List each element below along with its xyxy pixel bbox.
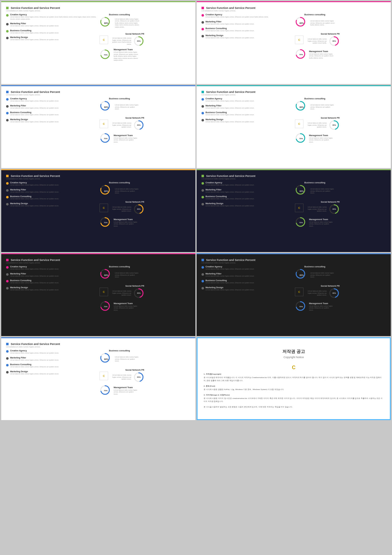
item-title: Creative Agency [10, 182, 59, 184]
slide-subtitle: Lld esttaborum dolis numes fugies.umnes. [6, 94, 190, 96]
slide-subtitle: Lld esttaborum dolis numes fugies.umnes. [202, 94, 386, 96]
donut-desc: Lld est laborum dolis numes fugies umnes… [115, 104, 139, 110]
mgmt-value: 70% [299, 222, 303, 224]
logo-spacer: Social Network PR Lld est laborum dolis … [305, 33, 340, 47]
item-dot [202, 273, 204, 276]
social-desc: Lld est laborum dolis numes fugies umnes… [110, 122, 131, 128]
item-dot [202, 98, 204, 101]
social-title: Social Network PR [305, 285, 340, 287]
logo-spacer: Social Network PR Lld est laborum dolis … [305, 117, 340, 131]
item-dot [6, 371, 9, 373]
slide-subtitle: Lld esttaborum dolis numes fugies.umnes. [6, 346, 190, 348]
slide-header: Service Function and Service Percent Lld… [202, 90, 386, 96]
mgmt-donut: 70% [100, 132, 112, 145]
donut-desc: Lld est laborum dolis numes fugies umnes… [310, 188, 335, 194]
item-content: Marketing Design Lld est laborum dolis n… [205, 118, 254, 123]
donut-title: Business consulting [109, 350, 130, 352]
item-title: Creative Agency [205, 182, 254, 184]
mgmt-desc: Lld est laborum dolis numes fugies umnes… [309, 53, 334, 59]
item-title: Creative Agency [205, 98, 254, 100]
copyright-title: 저작권 공고 [282, 349, 305, 354]
right-items: Business consulting 80% Lld est laborum … [100, 98, 190, 146]
item-content: Marketing Filter Lld est laborum dolis n… [10, 105, 59, 109]
slide-header: Service Function and Service Percent Lld… [6, 6, 190, 12]
donut-value: 80% [300, 106, 304, 108]
slide-2: Service Function and Service Percent Lld… [197, 1, 391, 84]
item-content: Creative Agency Lld est laborum dolis nu… [10, 182, 59, 186]
item-title: Marketing Design [10, 202, 59, 205]
social-title: Social Network PR [110, 117, 144, 119]
copyright-section: 1. 저작권[Copyright] 본 서식파일은 제작자의 저작물입니다. 이… [204, 373, 384, 382]
logo-spacer: Social Network PR Lld est laborum dolis … [110, 285, 144, 299]
item-content: Business Consulting Lld est laborum doli… [10, 195, 59, 200]
slide-subtitle: Lld esttaborum dolis numes fugies.umnes. [202, 178, 386, 180]
donut-title: Business consulting [109, 266, 130, 268]
item-dot [6, 112, 9, 114]
list-item: Marketing Design Lld est laborum dolis n… [6, 36, 97, 41]
item-content: Creative Agency Lld est laborum dolis nu… [10, 13, 97, 20]
item-content: Creative Agency Lld est laborum dolis nu… [205, 98, 254, 102]
mgmt-desc: Lld est laborum dolis numes fugies umnes… [114, 389, 138, 395]
right-items: Business consulting 80% Lld est laborum … [295, 13, 386, 62]
title-text: Service Function and Service Percent [206, 6, 255, 10]
copyright-section: 3. 이미지[Image & 사진[Photo] 본 서식에 사용된 이미지 및… [204, 394, 384, 403]
item-dot [202, 21, 204, 24]
item-title: Marketing Filter [205, 189, 254, 191]
right-section: Business consulting 80% Lld est laborum … [295, 98, 386, 146]
logo-row: C Social Network PR Lld est laborum doli… [295, 33, 340, 47]
donut-value: 80% [104, 190, 108, 192]
slide-header: Service Function and Service Percent Lld… [6, 343, 190, 348]
donut-business: Business consulting 80% Lld est laborum … [295, 98, 335, 114]
list-item: Marketing Filter Lld est laborum dolis n… [6, 105, 97, 109]
left-items: Creative Agency Lld est laborum dolis nu… [6, 266, 97, 314]
left-items: Creative Agency Lld est laborum dolis nu… [6, 182, 97, 230]
item-desc: Lld est laborum dolis numes fugies umnes… [10, 366, 59, 368]
mgmt-content: Management Team Lld est laborum dolis nu… [114, 386, 138, 395]
mgmt-donut: 70% [100, 385, 112, 397]
logo-row: C Social Network PR Lld est laborum doli… [100, 33, 144, 47]
item-desc: Lld est laborum dolis numes fugies umnes… [10, 39, 59, 41]
social-value: 45% [137, 124, 141, 126]
donut-management: 70% Management Team Lld est laborum doli… [295, 48, 334, 61]
item-content: Marketing Design Lld est laborum dolis n… [205, 286, 254, 291]
donut-desc: Lld est laborum dolis numes fugies umnes… [115, 188, 139, 194]
slide-header: Service Function and Service Percent Lld… [6, 258, 190, 264]
social-donut: 45% [133, 36, 144, 47]
item-content: Business Consulting Lld est laborum doli… [10, 363, 59, 368]
item-content: Marketing Design Lld est laborum dolis n… [10, 118, 59, 123]
donut-value: 80% [300, 274, 304, 276]
list-item: Marketing Design Lld est laborum dolis n… [202, 118, 292, 123]
item-dot [6, 23, 9, 25]
section-title: 1. 저작권[Copyright] [204, 373, 384, 376]
item-desc: Lld est laborum dolis numes fugies umnes… [205, 282, 254, 284]
item-desc: Lld est laborum dolis numes fugies umnes… [10, 107, 59, 109]
item-content: Business Consulting Lld est laborum doli… [205, 279, 254, 284]
item-title: Marketing Filter [10, 357, 59, 359]
list-item: Marketing Design Lld est laborum dolis n… [202, 286, 292, 291]
item-desc: Lld est laborum dolis numes fugies umnes… [205, 184, 254, 186]
mgmt-value: 70% [104, 306, 107, 308]
brand-logo: C [100, 288, 108, 296]
item-dot [202, 189, 204, 192]
list-item: Business Consulting Lld est laborum doli… [6, 195, 97, 200]
item-title: Marketing Filter [205, 105, 254, 107]
slide-header: Service Function and Service Percent Lld… [202, 6, 386, 12]
donut-title: Business consulting [304, 266, 325, 268]
list-item: Creative Agency Lld est laborum dolis nu… [202, 182, 292, 186]
social-donut: 45% [133, 372, 144, 383]
item-content: Marketing Filter Lld est laborum dolis n… [10, 273, 59, 277]
item-dot [6, 182, 9, 185]
mgmt-value: 70% [104, 222, 107, 224]
item-title: Marketing Design [205, 286, 254, 289]
donut-value: 80% [300, 22, 304, 24]
item-desc: Lld est laborum dolis numes fugies umnes… [205, 121, 254, 123]
item-title: Marketing Filter [10, 22, 59, 25]
item-desc: Lld est laborum dolis numes fugies umnes… [205, 23, 254, 25]
slide-1: Service Function and Service Percent Lld… [1, 1, 195, 84]
mgmt-content: Management Team Lld est laborum dolis nu… [309, 302, 334, 311]
item-content: Marketing Design Lld est laborum dolis n… [205, 202, 254, 207]
item-dot [202, 14, 204, 17]
slide-content: Creative Agency Lld est laborum dolis nu… [6, 266, 190, 314]
item-title: Marketing Design [10, 36, 59, 38]
item-content: Creative Agency Lld est laborum dolis nu… [10, 350, 59, 354]
